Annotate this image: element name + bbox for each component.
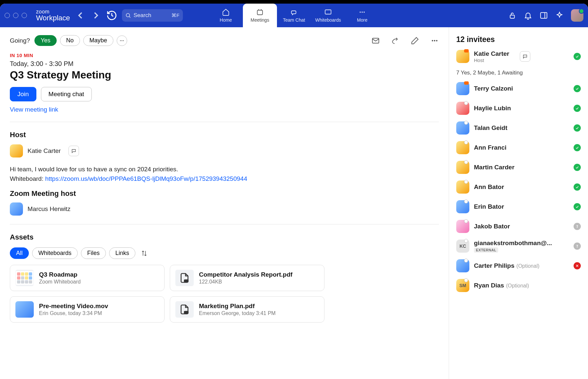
video-thumb-icon bbox=[15, 301, 34, 318]
history-button[interactable] bbox=[106, 10, 117, 21]
overflow-icon[interactable] bbox=[430, 36, 439, 45]
view-meeting-link[interactable]: View meeting link bbox=[10, 106, 58, 113]
rsvp-row: Going? Yes No Maybe bbox=[10, 35, 439, 46]
chat-invitee-button[interactable] bbox=[520, 51, 530, 62]
host-avatar bbox=[10, 144, 23, 158]
asset-card[interactable]: Pre-meeting Video.movErin Gouse, today 3… bbox=[10, 296, 165, 323]
asset-title: Competitor Analysis Report.pdf bbox=[199, 271, 292, 278]
search-icon bbox=[125, 12, 131, 18]
search-input[interactable]: Search ⌘F bbox=[122, 9, 183, 22]
traffic-lights bbox=[5, 13, 27, 18]
host-row: Katie Carter bbox=[10, 144, 439, 158]
status-yes-icon bbox=[574, 124, 581, 132]
status-yes-icon bbox=[574, 183, 581, 191]
edit-icon[interactable] bbox=[411, 36, 419, 45]
countdown-label: IN 10 MIN bbox=[10, 53, 439, 58]
mail-icon[interactable] bbox=[371, 36, 380, 45]
presence-icon bbox=[464, 259, 468, 263]
search-placeholder: Search bbox=[134, 12, 151, 19]
invitee-row: Talan Geidt bbox=[456, 121, 581, 135]
presence-icon bbox=[464, 140, 468, 144]
invitee-name: Talan Geidt bbox=[474, 124, 507, 131]
rsvp-more-button[interactable] bbox=[117, 35, 127, 46]
invitee-summary: 7 Yes, 2 Maybe, 1 Awaiting bbox=[456, 70, 581, 76]
svg-point-12 bbox=[123, 40, 124, 41]
presence-icon bbox=[464, 101, 468, 105]
whiteboard-link[interactable]: https://zoom.us/wb/doc/PPPAe61BQS-ljDlMq… bbox=[45, 175, 247, 182]
traffic-close[interactable] bbox=[5, 13, 10, 18]
meeting-chat-button[interactable]: Meeting chat bbox=[41, 87, 92, 101]
tab-more-label: More bbox=[357, 17, 367, 23]
tab-home[interactable]: Home bbox=[209, 4, 243, 27]
asset-card[interactable]: PDF Marketing Plan.pdfEmerson George, to… bbox=[170, 296, 324, 323]
tab-whiteboards[interactable]: Whiteboards bbox=[311, 4, 345, 27]
meeting-time: Today, 3:00 - 3:30 PM bbox=[10, 60, 439, 68]
svg-point-11 bbox=[122, 40, 122, 41]
invitee-role: Host bbox=[474, 57, 509, 63]
search-shortcut: ⌘F bbox=[171, 12, 179, 18]
svg-text:PDF: PDF bbox=[184, 311, 188, 313]
asset-tab-whiteboards[interactable]: Whiteboards bbox=[32, 247, 78, 259]
invitees-heading: 12 invitees bbox=[456, 35, 581, 44]
tab-meetings[interactable]: Meetings bbox=[243, 4, 277, 27]
asset-tab-all[interactable]: All bbox=[10, 247, 29, 259]
svg-point-14 bbox=[432, 40, 433, 41]
profile-avatar[interactable] bbox=[571, 9, 583, 22]
home-icon bbox=[222, 8, 230, 16]
invitee-row: Carter Philips(Optional) bbox=[456, 259, 581, 272]
svg-line-1 bbox=[129, 16, 130, 17]
lock-icon[interactable] bbox=[508, 11, 517, 20]
assets-heading: Assets bbox=[10, 233, 439, 242]
svg-point-16 bbox=[436, 40, 437, 41]
invitee-name: Haylie Lubin bbox=[474, 105, 511, 112]
svg-text:PDF: PDF bbox=[184, 280, 188, 282]
status-yes-icon bbox=[574, 105, 581, 112]
asset-tab-links[interactable]: Links bbox=[109, 247, 135, 259]
status-yes-icon bbox=[574, 144, 581, 151]
panel-icon[interactable] bbox=[539, 11, 548, 20]
asset-card[interactable]: Q3 RoadmapZoom Whiteboard bbox=[10, 265, 165, 291]
whiteboard-thumb-icon bbox=[15, 270, 34, 286]
svg-rect-2 bbox=[257, 10, 263, 15]
traffic-min[interactable] bbox=[13, 13, 18, 18]
tab-more[interactable]: More bbox=[345, 4, 379, 27]
invitee-row: Jakob Bator bbox=[456, 220, 581, 233]
invitee-host-row: Katie Carter Host bbox=[456, 50, 581, 63]
rsvp-no-button[interactable]: No bbox=[60, 35, 80, 46]
invitee-name: Katie Carter bbox=[474, 50, 509, 57]
chat-host-button[interactable] bbox=[69, 146, 79, 156]
teamchat-icon bbox=[290, 8, 298, 16]
desc-line1: Hi team, I would love for us to have a s… bbox=[10, 165, 439, 174]
camera-presence-icon bbox=[464, 49, 469, 53]
presence-icon bbox=[464, 180, 468, 184]
sort-icon[interactable] bbox=[141, 250, 148, 257]
invitee-name: Ann Franci bbox=[474, 144, 506, 151]
nav-back-button[interactable] bbox=[75, 10, 86, 21]
join-button[interactable]: Join bbox=[10, 87, 36, 101]
tab-teamchat[interactable]: Team Chat bbox=[277, 4, 311, 27]
divider bbox=[10, 224, 439, 224]
invitee-name: Terry Calzoni bbox=[474, 85, 513, 92]
asset-card[interactable]: PDF Competitor Analysis Report.pdf122.04… bbox=[170, 265, 324, 291]
bell-icon[interactable] bbox=[524, 11, 532, 20]
sparkle-icon[interactable] bbox=[555, 11, 564, 20]
rsvp-yes-button[interactable]: Yes bbox=[34, 35, 56, 46]
presence-icon bbox=[464, 121, 468, 125]
status-yes-icon bbox=[574, 203, 581, 210]
presence-icon bbox=[464, 239, 468, 243]
more-icon bbox=[358, 8, 366, 16]
status-unknown-icon bbox=[574, 223, 581, 230]
rsvp-maybe-button[interactable]: Maybe bbox=[83, 35, 113, 46]
divider bbox=[10, 122, 439, 122]
brand-workplace: Workplace bbox=[36, 14, 70, 22]
meeting-title: Q3 Strategy Meeting bbox=[10, 69, 439, 81]
asset-title: Q3 Roadmap bbox=[39, 271, 81, 278]
nav-tabs: Home Meetings Team Chat Whiteboards More bbox=[209, 4, 379, 27]
invitee-name: Ann Bator bbox=[474, 183, 504, 190]
traffic-max[interactable] bbox=[22, 13, 27, 18]
share-icon[interactable] bbox=[391, 36, 400, 45]
asset-tab-files[interactable]: Files bbox=[81, 247, 106, 259]
nav-forward-button[interactable] bbox=[90, 10, 102, 21]
pdf-icon: PDF bbox=[175, 301, 194, 318]
invitee-row: SMRyan Dias(Optional) bbox=[456, 279, 581, 292]
